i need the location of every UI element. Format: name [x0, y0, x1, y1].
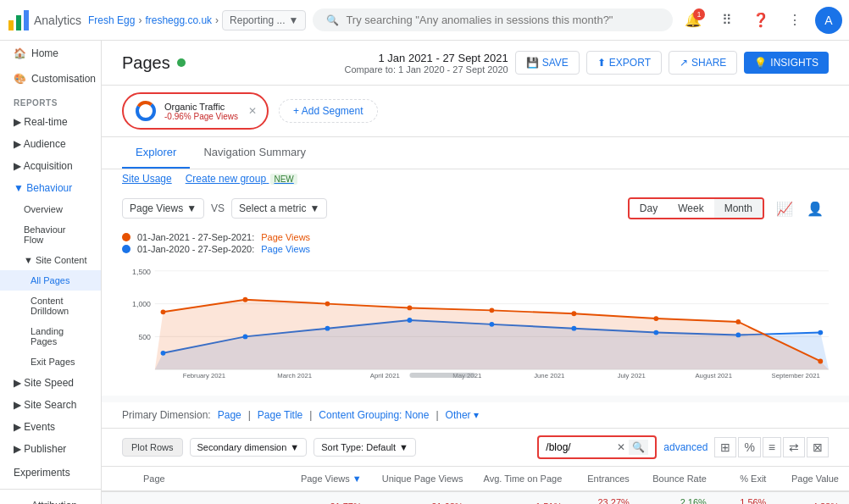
svg-point-31 [735, 333, 741, 338]
dropdown-arrow-icon: ▼ [288, 14, 298, 26]
sidebar-item-events[interactable]: ▶ Events [0, 416, 101, 438]
segment-close-icon[interactable]: ✕ [248, 105, 257, 117]
save-button[interactable]: 💾 SAVE [515, 51, 580, 75]
th-page-value[interactable]: Page Value [776, 467, 849, 491]
segment-name: Organic Traffic [164, 102, 238, 112]
month-button[interactable]: Month [714, 199, 763, 218]
compare-date: Compare to: 1 Jan 2020 - 27 Sept 2020 [344, 64, 508, 75]
legend-sublabel-2: Page Views [261, 244, 310, 254]
account-name[interactable]: Fresh Egg [88, 14, 135, 26]
export-button[interactable]: ⬆ EXPORT [586, 51, 662, 75]
page-title: Pages [122, 53, 170, 73]
organic-traffic-segment[interactable]: Organic Traffic -0.96% Page Views ✕ [122, 92, 269, 130]
page-views-dropdown[interactable]: Page Views ▼ [122, 198, 204, 219]
tab-explorer[interactable]: Explorer [122, 137, 190, 169]
line-chart-icon[interactable]: 📈 [771, 195, 798, 222]
add-segment-button[interactable]: + Add Segment [279, 99, 377, 123]
advanced-link[interactable]: advanced [663, 441, 708, 453]
comparison-view-icon[interactable]: ⇄ [783, 437, 805, 457]
performance-view-icon[interactable]: ≡ [763, 437, 781, 457]
sidebar-item-all-pages[interactable]: All Pages [0, 270, 101, 291]
vs-label: VS [211, 202, 225, 214]
search-submit-icon[interactable]: 🔍 [629, 440, 648, 455]
sub-tabs: Site Usage Create new group NEW [102, 169, 849, 188]
th-page[interactable]: Page [133, 467, 290, 491]
attribution-label: Attribution BETA [31, 500, 87, 504]
percent-view-icon[interactable]: % [738, 437, 760, 457]
help-button[interactable]: ❓ [747, 7, 774, 34]
search-input[interactable] [346, 14, 659, 26]
notifications-button[interactable]: 🔔 1 [680, 7, 707, 34]
th-entrances[interactable]: Entrances [572, 467, 640, 491]
share-button[interactable]: ↗ SHARE [669, 51, 737, 75]
plot-rows-label: Plot Rows [131, 442, 174, 452]
sidebar-item-experiments[interactable]: Experiments [0, 460, 101, 485]
analytics-logo-icon [7, 8, 31, 32]
table-search-box[interactable]: ✕ 🔍 [537, 435, 657, 459]
sidebar-item-publisher[interactable]: ▶ Publisher [0, 438, 101, 460]
sidebar-item-site-speed[interactable]: ▶ Site Speed [0, 372, 101, 394]
th-pct-exit[interactable]: % Exit [717, 467, 777, 491]
avatar[interactable]: A [815, 7, 842, 34]
more-button[interactable]: ⋮ [781, 7, 808, 34]
svg-text:1,000: 1,000 [132, 300, 151, 308]
search-clear-icon[interactable]: ✕ [617, 441, 625, 453]
day-button[interactable]: Day [630, 199, 668, 218]
sidebar-item-audience[interactable]: ▶ Audience [0, 133, 101, 155]
week-button[interactable]: Week [668, 199, 713, 218]
dim-other[interactable]: Other ▾ [446, 409, 479, 421]
svg-point-16 [243, 297, 248, 302]
sidebar-item-realtime[interactable]: ▶ Real-time [0, 111, 101, 133]
th-bounce-rate[interactable]: Bounce Rate [640, 467, 717, 491]
table-section: Primary Dimension: Page | Page Title | C… [102, 402, 849, 504]
sidebar-item-attribution[interactable]: 🔗 Attribution BETA [0, 493, 101, 504]
sub-tab-site-usage[interactable]: Site Usage [122, 173, 172, 185]
person-chart-icon[interactable]: 👤 [802, 195, 829, 222]
summary-ent-pct: 23.27% [582, 497, 630, 504]
grid-icon: ⠿ [722, 12, 732, 28]
svg-point-23 [818, 359, 823, 364]
view-selector[interactable]: Reporting ... ▼ [222, 10, 306, 30]
sidebar-item-content-drilldown[interactable]: Content Drilldown [0, 291, 101, 321]
th-unique-pv[interactable]: Unique Page Views [372, 467, 474, 491]
svg-point-22 [735, 319, 741, 324]
sidebar-item-site-search[interactable]: ▶ Site Search [0, 394, 101, 416]
insights-button[interactable]: 💡 INSIGHTS [744, 52, 829, 74]
property-name[interactable]: freshegg.co.uk [145, 14, 212, 26]
customisation-label: Customisation [31, 73, 96, 85]
sidebar-item-acquisition[interactable]: ▶ Acquisition [0, 155, 101, 177]
sub-tab-create-group[interactable]: Create new group NEW [186, 173, 297, 185]
sidebar-item-behaviour[interactable]: ▼ Behaviour [0, 177, 101, 199]
sidebar-item-landing-pages[interactable]: Landing Pages [0, 321, 101, 352]
svg-text:June 2021: June 2021 [534, 372, 564, 379]
svg-text:1,500: 1,500 [132, 268, 151, 276]
sidebar-item-site-content[interactable]: ▼ Site Content [0, 250, 101, 270]
publisher-label: ▶ Publisher [14, 443, 66, 455]
home-label: Home [31, 47, 58, 59]
secondary-dim-dropdown[interactable]: Secondary dimension ▼ [190, 438, 308, 457]
sidebar-item-exit-pages[interactable]: Exit Pages [0, 352, 101, 372]
svg-point-21 [653, 316, 658, 321]
plot-rows-button[interactable]: Plot Rows [122, 438, 183, 457]
sidebar-item-customisation[interactable]: 🎨 Customisation [0, 66, 101, 91]
dim-page-title[interactable]: Page Title [258, 409, 302, 421]
sidebar-item-home[interactable]: 🏠 Home [0, 41, 101, 66]
tab-navigation-summary[interactable]: Navigation Summary [190, 137, 319, 169]
dropdown-icon: ▼ [186, 202, 197, 214]
select-metric-dropdown[interactable]: Select a metric ▼ [231, 198, 327, 219]
th-pageviews[interactable]: Page Views ▼ [290, 467, 371, 491]
summary-br: 2.16% 36.08% vs 36.88% [640, 491, 717, 504]
search-bar[interactable]: 🔍 [313, 8, 673, 31]
dim-page[interactable]: Page [218, 409, 241, 421]
page-views-label: Page Views [130, 202, 183, 214]
table-view-icon[interactable]: ⊞ [714, 437, 736, 457]
sidebar-item-behaviour-flow[interactable]: Behaviour Flow [0, 219, 101, 250]
pivot-view-icon[interactable]: ⊠ [807, 437, 829, 457]
sort-type-dropdown[interactable]: Sort Type: Default ▼ [314, 438, 416, 457]
dim-content-grouping[interactable]: Content Grouping: None [319, 409, 429, 421]
svg-text:March 2021: March 2021 [277, 372, 312, 379]
table-search-input[interactable] [546, 441, 613, 453]
th-avg-time[interactable]: Avg. Time on Page [474, 467, 573, 491]
apps-button[interactable]: ⠿ [713, 7, 741, 34]
sidebar-item-overview[interactable]: Overview [0, 199, 101, 219]
